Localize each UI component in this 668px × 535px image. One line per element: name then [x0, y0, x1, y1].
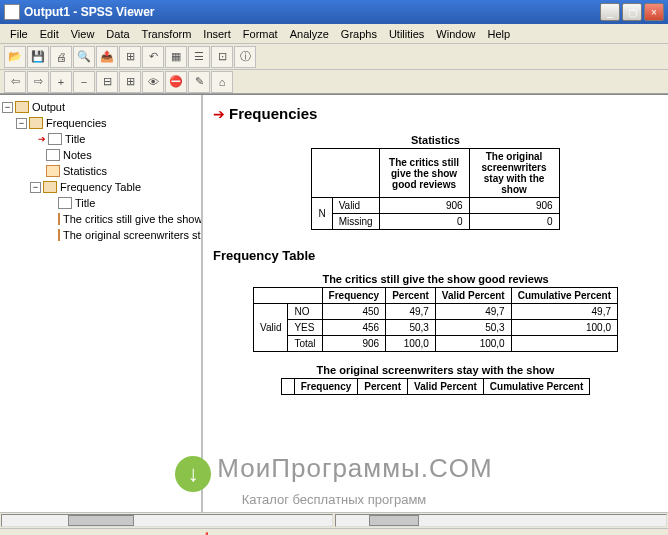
output-viewer[interactable]: ➔ Frequencies Statistics The critics sti… — [203, 95, 668, 512]
document-icon — [58, 197, 72, 209]
next-icon[interactable]: ⇨ — [27, 71, 49, 93]
frequency-table-1: Frequency Percent Valid Percent Cumulati… — [253, 287, 618, 352]
table2-title: The original screenwriters stay with the… — [213, 364, 658, 376]
col-valid-percent: Valid Percent — [408, 379, 484, 395]
minimize-button[interactable]: _ — [600, 3, 620, 21]
designate-icon[interactable]: ⌂ — [211, 71, 233, 93]
undo-icon[interactable]: ↶ — [142, 46, 164, 68]
frequency-table-2: Frequency Percent Valid Percent Cumulati… — [281, 378, 590, 395]
menu-edit[interactable]: Edit — [34, 26, 65, 42]
col-percent: Percent — [386, 288, 436, 304]
info-icon[interactable]: ⓘ — [234, 46, 256, 68]
menu-bar: File Edit View Data Transform Insert For… — [0, 24, 668, 44]
menu-data[interactable]: Data — [100, 26, 135, 42]
prev-icon[interactable]: ⇦ — [4, 71, 26, 93]
demote-icon[interactable]: − — [73, 71, 95, 93]
tree-screenwriters[interactable]: The original screenwriters stay — [63, 229, 203, 241]
stats-cell: 906 — [469, 198, 559, 214]
menu-insert[interactable]: Insert — [197, 26, 237, 42]
menu-analyze[interactable]: Analyze — [284, 26, 335, 42]
maximize-button[interactable]: ▢ — [622, 3, 642, 21]
variables-icon[interactable]: ⊡ — [211, 46, 233, 68]
output-heading: ➔ Frequencies — [213, 105, 658, 122]
cell: 456 — [322, 320, 386, 336]
promote-icon[interactable]: + — [50, 71, 72, 93]
toolbar-nav: ⇦ ⇨ + − ⊟ ⊞ 👁 ⛔ ✎ ⌂ — [0, 70, 668, 94]
cell: 49,7 — [386, 304, 436, 320]
menu-utilities[interactable]: Utilities — [383, 26, 430, 42]
folder-icon — [43, 181, 57, 193]
close-button[interactable]: × — [644, 3, 664, 21]
stats-col2: The original screenwriters stay with the… — [469, 149, 559, 198]
stats-cell: 0 — [469, 214, 559, 230]
status-bar: ❗ SPSS Processor is ready — [0, 528, 668, 535]
menu-file[interactable]: File — [4, 26, 34, 42]
outline-tree[interactable]: − Output − Frequencies ➔ Title Notes Sta… — [0, 95, 203, 512]
freq-heading: Frequency Table — [213, 248, 658, 263]
tree-toggle-icon[interactable]: − — [30, 182, 41, 193]
preview-icon[interactable]: 🔍 — [73, 46, 95, 68]
menu-transform[interactable]: Transform — [136, 26, 198, 42]
dialog-icon[interactable]: ⊞ — [119, 46, 141, 68]
folder-icon — [29, 117, 43, 129]
window-title: Output1 - SPSS Viewer — [24, 5, 600, 19]
arrow-icon: ➔ — [213, 106, 225, 122]
col-frequency: Frequency — [294, 379, 358, 395]
menu-help[interactable]: Help — [481, 26, 516, 42]
tree-root[interactable]: Output — [32, 101, 65, 113]
table-icon — [58, 229, 60, 241]
cell: 100,0 — [386, 336, 436, 352]
heading-text: Frequencies — [229, 105, 317, 122]
export-icon[interactable]: 📤 — [96, 46, 118, 68]
collapse-icon[interactable]: ⊞ — [119, 71, 141, 93]
goto-icon[interactable]: ▦ — [165, 46, 187, 68]
tree-freqtable[interactable]: Frequency Table — [60, 181, 141, 193]
stats-cell: 906 — [379, 198, 469, 214]
title-bar: Output1 - SPSS Viewer _ ▢ × — [0, 0, 668, 24]
stats-valid: Valid — [332, 198, 379, 214]
toolbar-main: 📂 💾 🖨 🔍 📤 ⊞ ↶ ▦ ☰ ⊡ ⓘ — [0, 44, 668, 70]
table1-title: The critics still give the show good rev… — [213, 273, 658, 285]
stats-title: Statistics — [213, 134, 658, 146]
statistics-table: The critics still give the show good rev… — [311, 148, 559, 230]
col-valid-percent: Valid Percent — [435, 288, 511, 304]
show-icon[interactable]: 👁 — [142, 71, 164, 93]
arrow-icon: ➔ — [38, 134, 46, 144]
row-no: NO — [288, 304, 322, 320]
horizontal-scrollbar[interactable] — [0, 512, 668, 528]
expand-icon[interactable]: ⊟ — [96, 71, 118, 93]
col-frequency: Frequency — [322, 288, 386, 304]
menu-format[interactable]: Format — [237, 26, 284, 42]
col-cum-percent: Cumulative Percent — [483, 379, 589, 395]
tree-title2[interactable]: Title — [75, 197, 95, 209]
content-area: − Output − Frequencies ➔ Title Notes Sta… — [0, 94, 668, 512]
col-percent: Percent — [358, 379, 408, 395]
cell: 100,0 — [435, 336, 511, 352]
insert-icon[interactable]: ✎ — [188, 71, 210, 93]
cell: 49,7 — [435, 304, 511, 320]
menu-view[interactable]: View — [65, 26, 101, 42]
tree-toggle-icon[interactable]: − — [2, 102, 13, 113]
row-yes: YES — [288, 320, 322, 336]
cell: 100,0 — [511, 320, 617, 336]
open-icon[interactable]: 📂 — [4, 46, 26, 68]
cell: 906 — [322, 336, 386, 352]
save-icon[interactable]: 💾 — [27, 46, 49, 68]
tree-notes[interactable]: Notes — [63, 149, 92, 161]
app-icon — [4, 4, 20, 20]
tree-critics[interactable]: The critics still give the show g — [63, 213, 203, 225]
tree-statistics[interactable]: Statistics — [63, 165, 107, 177]
cell: 450 — [322, 304, 386, 320]
tree-toggle-icon[interactable]: − — [16, 118, 27, 129]
tree-title[interactable]: Title — [65, 133, 85, 145]
table-icon — [46, 165, 60, 177]
folder-icon — [15, 101, 29, 113]
hide-icon[interactable]: ⛔ — [165, 71, 187, 93]
menu-graphs[interactable]: Graphs — [335, 26, 383, 42]
print-icon[interactable]: 🖨 — [50, 46, 72, 68]
tree-frequencies[interactable]: Frequencies — [46, 117, 107, 129]
window-buttons: _ ▢ × — [600, 3, 664, 21]
stats-missing: Missing — [332, 214, 379, 230]
select-icon[interactable]: ☰ — [188, 46, 210, 68]
menu-window[interactable]: Window — [430, 26, 481, 42]
